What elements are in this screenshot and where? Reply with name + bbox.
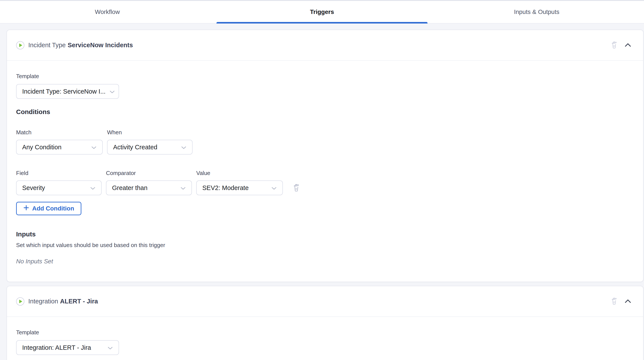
template-label: Template (16, 73, 634, 80)
tab-triggers-label: Triggers (310, 9, 334, 16)
play-icon (16, 297, 24, 305)
plus-icon (23, 205, 29, 212)
tab-inputs-outputs-label: Inputs & Outputs (514, 9, 559, 16)
delete-condition-button[interactable] (293, 183, 300, 193)
template-select-value: Incident Type: ServiceNow I... (22, 88, 106, 95)
when-select[interactable]: Activity Created (107, 140, 192, 155)
when-label: When (107, 129, 192, 136)
chevron-down-icon (110, 88, 115, 95)
condition-row: Severity Greater than SEV2: Moderate (16, 180, 634, 195)
match-select[interactable]: Any Condition (16, 140, 103, 155)
match-when-row: Any Condition Activity Created (16, 140, 634, 155)
value-select-value: SEV2: Moderate (202, 184, 249, 192)
when-select-value: Activity Created (113, 144, 157, 151)
trigger-name: ALERT - Jira (60, 298, 98, 305)
inputs-heading: Inputs (16, 230, 634, 238)
chevron-down-icon (91, 144, 96, 151)
trigger-card-incident-type: Incident TypeServiceNow Incidents (6, 30, 644, 282)
inputs-description: Set which input values should be used ba… (16, 242, 634, 248)
condition-row-labels: Field Comparator Value (16, 170, 634, 176)
chevron-up-icon (624, 299, 632, 304)
delete-trigger-button[interactable] (611, 297, 618, 306)
match-when-labels: Match When (16, 129, 634, 136)
add-condition-label: Add Condition (32, 205, 74, 212)
tab-triggers[interactable]: Triggers (215, 1, 430, 23)
chevron-down-icon (180, 184, 186, 192)
trash-icon (611, 41, 618, 50)
trigger-card-header: Incident TypeServiceNow Incidents (7, 30, 643, 61)
field-select[interactable]: Severity (16, 180, 102, 195)
header-actions (611, 41, 632, 50)
value-label: Value (196, 170, 210, 176)
chevron-down-icon (90, 184, 96, 192)
trash-icon (293, 183, 300, 193)
triggers-page: Workflow Triggers Inputs & Outputs Incid… (0, 0, 644, 360)
chevron-down-icon (108, 344, 113, 351)
trigger-card-body: Template Incident Type: ServiceNow I... … (7, 61, 643, 265)
match-select-value: Any Condition (22, 144, 62, 151)
header-actions (611, 297, 632, 306)
value-select[interactable]: SEV2: Moderate (196, 180, 283, 195)
conditions-heading: Conditions (16, 108, 634, 116)
chevron-up-icon (624, 43, 632, 48)
trigger-card-header: IntegrationALERT - Jira (7, 286, 643, 317)
trigger-kind: Integration (28, 298, 58, 305)
field-select-value: Severity (22, 184, 45, 192)
comparator-select[interactable]: Greater than (106, 180, 192, 195)
template-select[interactable]: Integration: ALERT - Jira (16, 340, 119, 355)
template-select[interactable]: Incident Type: ServiceNow I... (16, 84, 119, 99)
delete-trigger-button[interactable] (611, 41, 618, 50)
tab-bar: Workflow Triggers Inputs & Outputs (0, 0, 644, 24)
tab-workflow-label: Workflow (95, 9, 120, 16)
inputs-empty-text: No Inputs Set (16, 258, 634, 265)
match-label: Match (16, 129, 103, 136)
trigger-card-body: Template Integration: ALERT - Jira (7, 317, 643, 355)
add-condition-button[interactable]: Add Condition (16, 202, 81, 215)
field-label: Field (16, 170, 102, 176)
trigger-title: Incident TypeServiceNow Incidents (28, 42, 133, 49)
trash-icon (611, 297, 618, 306)
trigger-card-integration: IntegrationALERT - Jira (6, 286, 644, 360)
comparator-label: Comparator (106, 170, 192, 176)
chevron-down-icon (181, 144, 186, 151)
trigger-title: IntegrationALERT - Jira (28, 298, 98, 305)
collapse-trigger-button[interactable] (624, 43, 632, 48)
play-icon (16, 41, 24, 49)
comparator-select-value: Greater than (112, 184, 148, 192)
trigger-kind: Incident Type (28, 42, 66, 49)
chevron-down-icon (271, 184, 277, 192)
collapse-trigger-button[interactable] (624, 299, 632, 304)
tab-workflow[interactable]: Workflow (0, 1, 215, 23)
tab-inputs-outputs[interactable]: Inputs & Outputs (429, 1, 644, 23)
trigger-name: ServiceNow Incidents (68, 42, 133, 49)
template-select-value: Integration: ALERT - Jira (22, 344, 91, 351)
template-label: Template (16, 329, 634, 336)
